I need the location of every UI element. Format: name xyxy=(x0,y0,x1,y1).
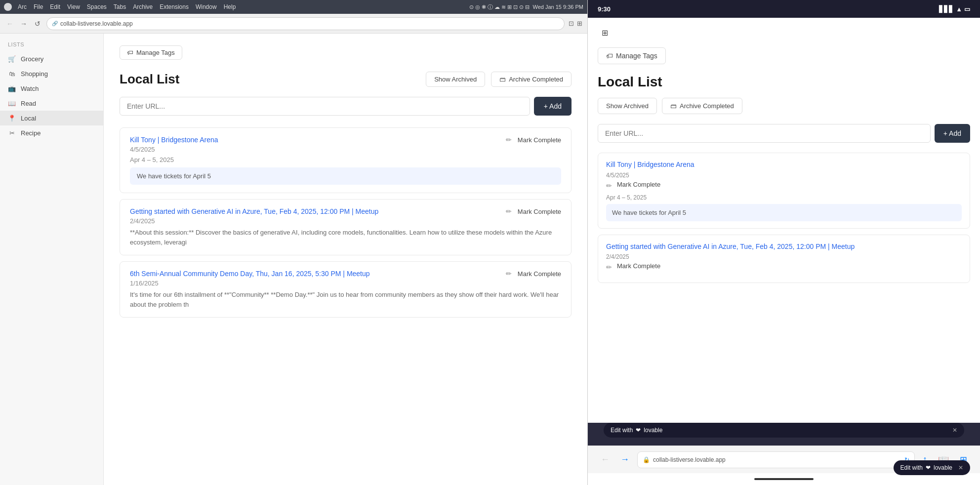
phone-time: 9:30 xyxy=(598,5,939,13)
mac-menu-help[interactable]: Help xyxy=(224,3,236,10)
show-archived-button[interactable]: Show Archived xyxy=(426,72,485,87)
url-input[interactable] xyxy=(120,97,530,116)
address-bar[interactable]: 🔗 collab-listiverse.lovable.app xyxy=(46,17,565,30)
sidebar-item-read[interactable]: 📖 Read xyxy=(0,96,103,111)
list-title: Local List xyxy=(120,72,420,87)
item-date-2: 2/4/2025 xyxy=(130,217,561,225)
phone-list-title: Local List xyxy=(598,74,970,90)
mac-menu-window[interactable]: Window xyxy=(196,3,217,10)
phone-item-actions-1: ✏ Mark Complete xyxy=(606,181,962,192)
sidebar-item-watch[interactable]: 📺 Watch xyxy=(0,81,103,96)
sidebar-item-grocery[interactable]: 🛒 Grocery xyxy=(0,51,103,66)
mac-datetime: Wed Jan 15 9:36 PM xyxy=(532,4,583,10)
mac-status-bar: ⊙ ◎ ❋ ⓘ ☁ ≋ ⊞ ⊡ ⊙ ⊟ Wed Jan 15 9:36 PM xyxy=(469,3,583,11)
phone-edit-icon-2[interactable]: ✏ xyxy=(606,263,612,271)
sidebar-label-local: Local xyxy=(21,115,36,122)
mac-menu-tabs[interactable]: Tabs xyxy=(114,3,126,10)
phone-url-row: + Add xyxy=(598,124,970,143)
phone-archive-completed-label: Archive Completed xyxy=(680,102,734,110)
phone-archive-completed-button[interactable]: 🗃 Archive Completed xyxy=(662,98,742,114)
item-date-1: 4/5/2025 xyxy=(130,146,561,153)
mac-menu-archive[interactable]: Archive xyxy=(133,3,153,10)
reader-mode-button[interactable]: ⊡ xyxy=(569,20,574,27)
sidebar-label-recipe: Recipe xyxy=(21,129,41,137)
mark-complete-1[interactable]: Mark Complete xyxy=(518,136,561,144)
item-title-2[interactable]: Getting started with Generative AI in Az… xyxy=(130,207,498,215)
mac-menu-spaces[interactable]: Spaces xyxy=(87,3,107,10)
add-button[interactable]: + Add xyxy=(534,97,572,116)
phone-item-note-1: We have tickets for April 5 xyxy=(606,204,962,221)
lovable-close-button[interactable]: ✕ xyxy=(958,464,963,471)
reload-button[interactable]: ↺ xyxy=(33,19,42,29)
sidebar-toggle-button[interactable]: ⊞ xyxy=(577,20,582,27)
edit-icon-2[interactable]: ✏ xyxy=(506,207,512,215)
phone-lovable-brand: lovable xyxy=(644,427,662,434)
phone-item-title-row-2: Getting started with Generative AI in Az… xyxy=(606,242,962,252)
mac-menu-edit[interactable]: Edit xyxy=(50,3,60,10)
phone-show-archived-button[interactable]: Show Archived xyxy=(598,98,657,114)
sidebar-label-grocery: Grocery xyxy=(21,55,43,63)
phone-panel: 9:30 ▋▋▋ ▲ ▭ ⊞ 🏷 Manage Tags Local List … xyxy=(588,0,980,485)
phone-lovable-close-button[interactable]: ✕ xyxy=(952,427,957,434)
phone-mark-complete-1[interactable]: Mark Complete xyxy=(617,181,660,188)
mac-menu-view[interactable]: View xyxy=(67,3,80,10)
phone-lovable-banner[interactable]: Edit with ❤ lovable ✕ xyxy=(604,423,964,438)
mac-menu-arc[interactable]: Arc xyxy=(18,3,27,10)
apple-logo-icon xyxy=(4,3,12,11)
read-icon: 📖 xyxy=(8,99,16,107)
phone-archive-icon: 🗃 xyxy=(670,102,677,110)
manage-tags-button[interactable]: 🏷 Manage Tags xyxy=(120,45,182,60)
phone-item-title-2[interactable]: Getting started with Generative AI in Az… xyxy=(606,242,962,252)
manage-tags-label: Manage Tags xyxy=(136,49,175,56)
item-date-range-1: Apr 4 – 5, 2025 xyxy=(130,156,561,163)
lovable-edit-banner[interactable]: Edit with ❤ lovable ✕ xyxy=(894,460,970,475)
watch-icon: 📺 xyxy=(8,84,16,92)
item-header: 6th Semi-Annual Community Demo Day, Thu,… xyxy=(130,270,561,278)
phone-address-bar[interactable]: 🔒 collab-listiverse.lovable.app ↻ xyxy=(637,451,915,468)
edit-icon-3[interactable]: ✏ xyxy=(506,270,512,278)
item-title-3[interactable]: 6th Semi-Annual Community Demo Day, Thu,… xyxy=(130,270,498,278)
phone-forward-button[interactable]: → xyxy=(617,452,632,467)
lovable-brand: lovable xyxy=(934,464,952,471)
phone-list-item: Kill Tony | Bridgestone Arena 4/5/2025 ✏… xyxy=(598,153,970,229)
phone-status-bar: 9:30 ▋▋▋ ▲ ▭ xyxy=(588,0,980,18)
url-input-row: + Add xyxy=(120,97,572,116)
sidebar-label-read: Read xyxy=(21,100,36,107)
sidebar-item-recipe[interactable]: ✂ Recipe xyxy=(0,125,103,140)
phone-show-archived-label: Show Archived xyxy=(606,102,649,110)
lovable-heart-icon: ❤ xyxy=(926,464,931,471)
item-note-1: We have tickets for April 5 xyxy=(130,167,561,185)
phone-item-date-1: 4/5/2025 xyxy=(606,172,962,179)
phone-mark-complete-2[interactable]: Mark Complete xyxy=(617,262,660,270)
phone-item-title-1[interactable]: Kill Tony | Bridgestone Arena xyxy=(606,160,962,170)
mark-complete-3[interactable]: Mark Complete xyxy=(518,270,561,278)
phone-item-date-2: 2/4/2025 xyxy=(606,253,962,260)
phone-manage-tags-label: Manage Tags xyxy=(616,52,657,60)
edit-icon-1[interactable]: ✏ xyxy=(506,136,512,144)
sidebar-item-local[interactable]: 📍 Local xyxy=(0,111,103,125)
tags-icon: 🏷 xyxy=(127,49,133,56)
shopping-icon: 🛍 xyxy=(8,70,16,78)
item-header: Kill Tony | Bridgestone Arena ✏ Mark Com… xyxy=(130,136,561,144)
phone-edit-icon-1[interactable]: ✏ xyxy=(606,182,612,190)
sidebar-label-watch: Watch xyxy=(21,85,39,92)
phone-content: ⊞ 🏷 Manage Tags Local List Show Archived… xyxy=(588,18,980,423)
phone-sidebar-toggle-button[interactable]: ⊞ xyxy=(598,26,612,40)
phone-item-actions-2: ✏ Mark Complete xyxy=(606,262,962,274)
phone-lovable-heart-icon: ❤ xyxy=(636,427,641,434)
list-item: 6th Semi-Annual Community Demo Day, Thu,… xyxy=(120,261,572,318)
phone-back-button[interactable]: ← xyxy=(598,452,612,467)
phone-url-input[interactable] xyxy=(598,124,931,143)
back-button[interactable]: ← xyxy=(5,19,15,29)
sidebar-item-shopping[interactable]: 🛍 Shopping xyxy=(0,66,103,81)
mac-menu-file[interactable]: File xyxy=(34,3,43,10)
item-title-1[interactable]: Kill Tony | Bridgestone Arena xyxy=(130,136,498,144)
phone-status-icons: ▋▋▋ ▲ ▭ xyxy=(939,5,970,13)
battery-icon: ▭ xyxy=(964,5,970,13)
mac-menu-extensions[interactable]: Extensions xyxy=(160,3,189,10)
archive-completed-button[interactable]: 🗃 Archive Completed xyxy=(491,72,572,87)
phone-add-button[interactable]: + Add xyxy=(935,124,970,143)
forward-button[interactable]: → xyxy=(19,19,29,29)
mark-complete-2[interactable]: Mark Complete xyxy=(518,208,561,215)
phone-manage-tags-button[interactable]: 🏷 Manage Tags xyxy=(598,47,666,64)
